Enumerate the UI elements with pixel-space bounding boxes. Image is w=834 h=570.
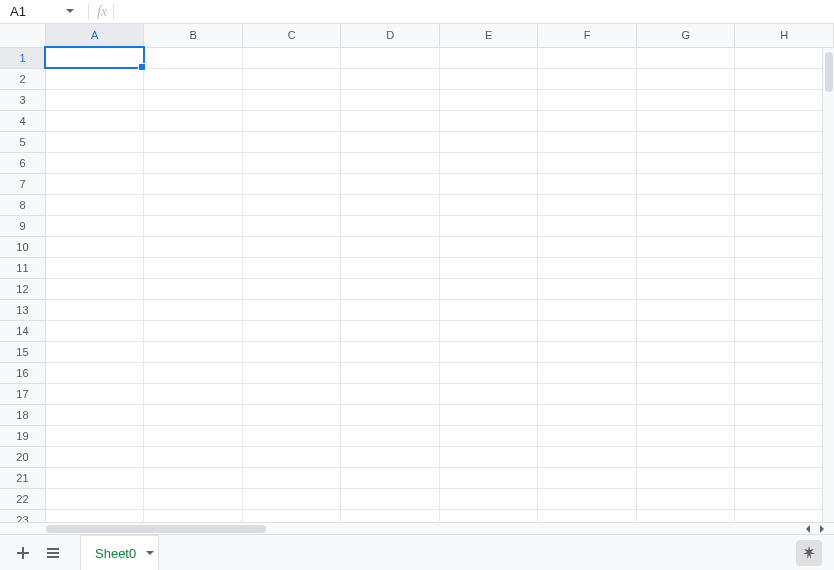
cell[interactable] — [439, 467, 538, 488]
cell[interactable] — [45, 215, 144, 236]
cell[interactable] — [735, 194, 834, 215]
column-header[interactable]: E — [439, 24, 538, 47]
row-header[interactable]: 12 — [0, 278, 45, 299]
cell[interactable] — [439, 68, 538, 89]
column-header[interactable]: D — [341, 24, 440, 47]
cell[interactable] — [341, 215, 440, 236]
row-header[interactable]: 4 — [0, 110, 45, 131]
cell[interactable] — [735, 173, 834, 194]
cell[interactable] — [242, 47, 341, 68]
cell[interactable] — [439, 236, 538, 257]
cell[interactable] — [538, 446, 636, 467]
cell[interactable] — [45, 110, 144, 131]
cell[interactable] — [45, 362, 144, 383]
cell[interactable] — [144, 278, 243, 299]
cell[interactable] — [341, 194, 440, 215]
cell[interactable] — [735, 89, 834, 110]
cell[interactable] — [242, 110, 341, 131]
cell[interactable] — [636, 341, 735, 362]
cell[interactable] — [735, 362, 834, 383]
cell[interactable] — [242, 467, 341, 488]
select-all-corner[interactable] — [0, 24, 45, 47]
cell[interactable] — [242, 152, 341, 173]
cell[interactable] — [636, 320, 735, 341]
cell[interactable] — [341, 110, 440, 131]
cell[interactable] — [144, 194, 243, 215]
cell[interactable] — [144, 68, 243, 89]
sheet-tab-dropdown-icon[interactable] — [146, 551, 154, 556]
row-header[interactable]: 22 — [0, 488, 45, 509]
cell[interactable] — [636, 299, 735, 320]
cell[interactable] — [242, 299, 341, 320]
cell[interactable] — [341, 320, 440, 341]
cell[interactable] — [735, 131, 834, 152]
cell[interactable] — [341, 446, 440, 467]
cell[interactable] — [439, 425, 538, 446]
cell[interactable] — [341, 467, 440, 488]
cell[interactable] — [341, 68, 440, 89]
horizontal-scrollbar-thumb[interactable] — [46, 525, 266, 533]
cell[interactable] — [636, 173, 735, 194]
cell[interactable] — [538, 278, 636, 299]
cell[interactable] — [45, 47, 144, 68]
cell[interactable] — [144, 320, 243, 341]
cell[interactable] — [242, 425, 341, 446]
cell[interactable] — [636, 89, 735, 110]
cell[interactable] — [439, 488, 538, 509]
cell[interactable] — [538, 89, 636, 110]
cell[interactable] — [636, 131, 735, 152]
cell[interactable] — [144, 509, 243, 522]
cell[interactable] — [341, 278, 440, 299]
all-sheets-button[interactable] — [38, 538, 68, 568]
cell[interactable] — [636, 110, 735, 131]
name-box[interactable]: A1 — [0, 0, 80, 24]
cell[interactable] — [636, 278, 735, 299]
cell[interactable] — [735, 47, 834, 68]
cell[interactable] — [538, 488, 636, 509]
cell[interactable] — [735, 509, 834, 522]
cell[interactable] — [538, 341, 636, 362]
vertical-scrollbar[interactable] — [822, 48, 834, 522]
cell[interactable] — [45, 131, 144, 152]
cell[interactable] — [636, 404, 735, 425]
cell[interactable] — [636, 47, 735, 68]
cell[interactable] — [735, 404, 834, 425]
cell[interactable] — [538, 47, 636, 68]
row-header[interactable]: 8 — [0, 194, 45, 215]
cell[interactable] — [341, 236, 440, 257]
cell[interactable] — [341, 257, 440, 278]
cell[interactable] — [45, 425, 144, 446]
cell[interactable] — [538, 131, 636, 152]
cell[interactable] — [144, 299, 243, 320]
column-header[interactable]: G — [636, 24, 735, 47]
row-header[interactable]: 11 — [0, 257, 45, 278]
spreadsheet-grid[interactable]: A B C D E F G H 123456789101112131415161… — [0, 24, 834, 522]
cell[interactable] — [439, 47, 538, 68]
cell[interactable] — [439, 320, 538, 341]
cell[interactable] — [735, 383, 834, 404]
cell[interactable] — [242, 215, 341, 236]
cell[interactable] — [242, 131, 341, 152]
cell[interactable] — [735, 320, 834, 341]
column-header[interactable]: B — [144, 24, 243, 47]
row-header[interactable]: 20 — [0, 446, 45, 467]
add-sheet-button[interactable] — [8, 538, 38, 568]
row-header[interactable]: 15 — [0, 341, 45, 362]
cell[interactable] — [341, 362, 440, 383]
cell[interactable] — [538, 194, 636, 215]
explore-button[interactable] — [796, 540, 822, 566]
cell[interactable] — [45, 467, 144, 488]
cell[interactable] — [439, 257, 538, 278]
cell[interactable] — [538, 299, 636, 320]
cell[interactable] — [735, 488, 834, 509]
cell[interactable] — [45, 299, 144, 320]
cell[interactable] — [341, 404, 440, 425]
cell[interactable] — [439, 362, 538, 383]
row-header[interactable]: 23 — [0, 509, 45, 522]
row-header[interactable]: 9 — [0, 215, 45, 236]
cell[interactable] — [242, 278, 341, 299]
cell[interactable] — [242, 383, 341, 404]
cell[interactable] — [439, 194, 538, 215]
cell[interactable] — [45, 68, 144, 89]
cell[interactable] — [735, 446, 834, 467]
